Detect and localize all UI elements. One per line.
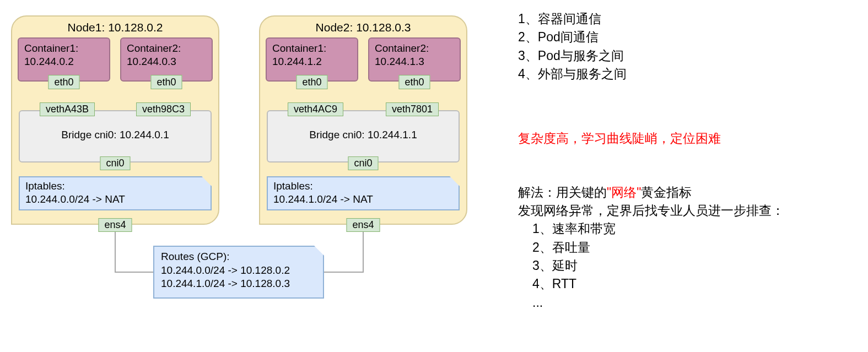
container-ip: 10.244.0.3 xyxy=(127,56,176,67)
node2-container1: Container1: 10.244.1.2 eth0 xyxy=(266,37,358,82)
container-name: Container1: xyxy=(272,42,326,54)
cni0-label: cni0 xyxy=(100,156,130,170)
ens4-label: ens4 xyxy=(346,218,380,232)
comm-type-item: 3、Pod与服务之间 xyxy=(518,47,784,65)
container-ip: 10.244.1.2 xyxy=(272,56,322,67)
node1-title: Node1: 10.128.0.2 xyxy=(12,21,218,34)
solution-red: "网络" xyxy=(607,185,641,199)
iptables-title: Iptables: xyxy=(25,180,65,192)
complexity-warning: 复杂度高，学习曲线陡峭，定位困难 xyxy=(518,129,784,148)
eth0-label: eth0 xyxy=(398,75,430,90)
node1-bridge: vethA43B veth98C3 Bridge cni0: 10.244.0.… xyxy=(19,110,212,163)
node2-title: Node2: 10.128.0.3 xyxy=(260,21,466,34)
route-entry: 10.244.0.0/24 -> 10.128.0.2 xyxy=(161,264,290,276)
veth-label: vethA43B xyxy=(40,102,95,116)
node1-container2: Container2: 10.244.0.3 eth0 xyxy=(120,37,213,82)
ens4-label: ens4 xyxy=(98,218,132,232)
eth0-label: eth0 xyxy=(150,75,182,90)
route-entry: 10.244.1.0/24 -> 10.128.0.3 xyxy=(161,278,290,289)
metric-item: 1、速率和带宽 xyxy=(518,220,784,238)
comm-type-item: 1、容器间通信 xyxy=(518,10,784,28)
veth-label: veth4AC9 xyxy=(288,102,343,116)
comm-type-item: 4、外部与服务之间 xyxy=(518,65,784,83)
metric-item: ... xyxy=(518,294,784,312)
container-ip: 10.244.1.3 xyxy=(375,56,424,67)
container-name: Container2: xyxy=(127,42,181,54)
solution-suffix: 黄金指标 xyxy=(641,185,692,199)
container-name: Container1: xyxy=(24,42,78,54)
iptables-title: Iptables: xyxy=(273,180,313,192)
network-diagram: Node1: 10.128.0.2 Container1: 10.244.0.2… xyxy=(11,15,496,324)
metric-item: 2、吞吐量 xyxy=(518,239,784,257)
solution-line2: 发现网络异常，定界后找专业人员进一步排查： xyxy=(518,202,784,220)
eth0-label: eth0 xyxy=(296,75,327,90)
comm-type-item: 2、Pod间通信 xyxy=(518,28,784,46)
solution-line1: 解法：用关键的"网络"黄金指标 xyxy=(518,183,784,202)
solution-prefix: 解法：用关键的 xyxy=(518,185,607,199)
node2-bridge: veth4AC9 veth7801 Bridge cni0: 10.244.1.… xyxy=(267,110,460,163)
node1-container1: Container1: 10.244.0.2 eth0 xyxy=(18,37,110,82)
eth0-label: eth0 xyxy=(48,75,79,90)
bridge-title: Bridge cni0: 10.244.0.1 xyxy=(20,129,211,141)
routes-title: Routes (GCP): xyxy=(161,251,230,262)
veth-label: veth7801 xyxy=(386,102,439,116)
container-name: Container2: xyxy=(375,42,429,54)
node2-container2: Container2: 10.244.1.3 eth0 xyxy=(368,37,461,82)
node2-iptables: Iptables: 10.244.1.0/24 -> NAT xyxy=(267,176,460,210)
routes-box: Routes (GCP): 10.244.0.0/24 -> 10.128.0.… xyxy=(153,246,324,299)
container-ip: 10.244.0.2 xyxy=(24,56,74,67)
node1-box: Node1: 10.128.0.2 Container1: 10.244.0.2… xyxy=(11,15,219,225)
metric-item: 3、延时 xyxy=(518,257,784,275)
node2-box: Node2: 10.128.0.3 Container1: 10.244.1.2… xyxy=(259,15,467,225)
veth-label: veth98C3 xyxy=(136,102,191,116)
node1-iptables: Iptables: 10.244.0.0/24 -> NAT xyxy=(19,176,212,210)
cni0-label: cni0 xyxy=(348,156,378,170)
metric-item: 4、RTT xyxy=(518,275,784,293)
iptables-rule: 10.244.1.0/24 -> NAT xyxy=(273,193,373,205)
iptables-rule: 10.244.0.0/24 -> NAT xyxy=(25,193,125,205)
bridge-title: Bridge cni0: 10.244.1.1 xyxy=(268,129,459,141)
notes-block: 1、容器间通信 2、Pod间通信 3、Pod与服务之间 4、外部与服务之间 复杂… xyxy=(518,10,784,312)
